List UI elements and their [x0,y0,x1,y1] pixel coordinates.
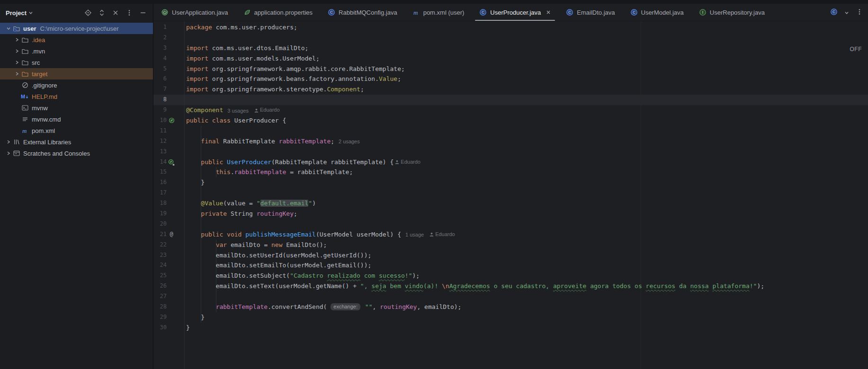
chevron-down-button[interactable] [844,9,849,17]
locate-opened-file-button[interactable] [84,9,92,17]
code-line-21[interactable]: 21@ public void publishMessageEmail(User… [153,229,868,240]
code-line-13[interactable]: 13 [153,147,868,157]
hide-panel-button[interactable] [139,9,147,17]
gutter-bean-arrow-icon[interactable] [167,157,176,167]
code-line-24[interactable]: 24 emailDto.setEmailTo(userModel.getEmai… [153,260,868,271]
code-token: .convertAndSend( [268,303,331,310]
code-editor: 1package com.ms.user.producers;23import … [153,22,868,333]
 [21,81,29,89]
editor-tab-application-properties[interactable]: application.properties [236,4,321,21]
code-token: routingKey [257,210,294,217]
terminal-icon [21,104,29,112]
code-token: com.ms.user.producers; [216,24,297,31]
tab-label: UserProducer.java [490,9,541,16]
code-token: publishMessageEmail [245,231,316,238]
tab-label: application.properties [254,9,313,16]
code-line-28[interactable]: 28 rabbitTemplate.convertAndSend( exchan… [153,302,868,312]
chevron-right-icon[interactable] [13,71,21,76]
code-token: emailDto.setText(userModel.getName() + [186,282,360,290]
code-token: Component [327,86,360,93]
code-line-7[interactable]: 7import org.springframework.stereotype.C… [153,84,868,95]
code-token: ; [397,75,401,82]
chevron-right-icon[interactable] [13,49,21,53]
editor-tab-userproducer-java[interactable]: CUserProducer.java [472,4,558,21]
project-tree-row-mvnw[interactable]: mvnw [0,102,153,114]
project-tree-row--mvn[interactable]: .mvn [0,45,153,57]
code-line-20[interactable]: 20 [153,219,868,229]
more-options-button[interactable] [856,8,863,18]
tab-close-icon[interactable] [546,10,551,15]
code-line-9[interactable]: 9@Component3 usagesEduardo [153,105,868,115]
project-tree-row-src[interactable]: src [0,57,153,68]
code-line-16[interactable]: 16 } [153,177,868,188]
code-line-22[interactable]: 22 var emailDto = new EmailDto(); [153,240,868,250]
chevron-right-icon[interactable] [5,140,12,144]
gutter-spacer [167,22,176,33]
chevron-down-icon[interactable] [5,26,12,31]
code-line-25[interactable]: 25 emailDto.setSubject("Cadastro realiza… [153,271,868,281]
project-tree-row-external-libraries[interactable]: External Libraries [0,136,153,148]
code-line-11[interactable]: 11 [153,126,868,136]
chevron-right-icon[interactable] [13,37,21,42]
code-line-12[interactable]: 12 final RabbitTemplate rabbitTemplate;2… [153,136,868,147]
editor-tab-emaildto-java[interactable]: CEmailDto.java [558,4,622,21]
editor-tab-userapplication-java[interactable]: UserApplication.java [153,4,236,21]
editor-tab-usermodel-java[interactable]: CUserModel.java [623,4,691,21]
chevron-right-icon[interactable] [13,60,21,65]
collapse-all-button[interactable] [111,9,120,17]
code-line-19[interactable]: 19 private String routingKey; [153,209,868,219]
chevron-right-icon[interactable] [5,151,12,156]
spring-boot-icon [161,9,169,16]
java-class-icon: C [566,9,573,16]
gutter-spacer [167,312,176,323]
code-line-1[interactable]: 1package com.ms.user.producers; [153,22,868,33]
more-options-button[interactable] [125,9,134,17]
code-line-10[interactable]: 10public class UserProducer { [153,115,868,126]
code-line-30[interactable]: 30} [153,323,868,333]
code-line-18[interactable]: 18 @Value(value = "default.email") [153,198,868,209]
tree-item-label: .gitignore [32,82,57,89]
code-line-29[interactable]: 29 } [153,312,868,323]
code-line-27[interactable]: 27 [153,291,868,302]
code-token [186,303,216,310]
editor-tab-pom-xml-user-[interactable]: mpom.xml (user) [405,4,472,21]
tree-item-label: pom.xml [32,127,55,134]
editor-tab-userrepository-java[interactable]: IUserRepository.java [691,4,772,21]
project-tree-row-mvnw-cmd[interactable]: mvnw.cmd [0,114,153,125]
project-tree-row-pom-xml[interactable]: mpom.xml [0,125,153,136]
gutter-bean-icon[interactable] [167,115,176,126]
: m [21,127,29,134]
code-token: rabbitTemplate [279,138,331,145]
project-tree-row-help-md[interactable]: MHELP.md [0,91,153,102]
code-line-14[interactable]: 14 public UserProducer(RabbitTemplate ra… [153,157,868,167]
svg-text:C: C [330,10,333,15]
code-line-23[interactable]: 23 emailDto.setUserId(userModel.getUserI… [153,250,868,261]
code-line-2[interactable]: 2 [153,33,868,43]
project-tree-row-scratches-and-consoles[interactable]: Scratches and Consoles [0,148,153,159]
svg-text:C: C [482,10,484,15]
code-line-6[interactable]: 6import org.springframework.beans.factor… [153,74,868,84]
code-token [186,158,201,166]
project-tree-row--gitignore[interactable]: .gitignore [0,79,153,91]
code-line-17[interactable]: 17 [153,188,868,198]
code-line-26[interactable]: 26 emailDto.setText(userModel.getName() … [153,281,868,291]
code-line-3[interactable]: 3import com.ms.user.dtos.EmailDto; [153,43,868,53]
editor-tab-rabbitmqconfig-java[interactable]: CRabbitMQConfig.java [320,4,405,21]
code-token: import [186,65,212,72]
code-line-8[interactable]: 8 [153,95,868,105]
project-tree-row-target[interactable]: target [0,68,153,79]
code-line-15[interactable]: 15 this.rabbitTemplate = rabbitTemplate; [153,167,868,177]
tree-item-label: mvnw [32,105,48,112]
project-tree-row-user[interactable]: userC:\micro-service-project\user [0,23,153,34]
code-line-5[interactable]: 5import org.springframework.amqp.rabbit.… [153,64,868,74]
gutter-spacer [167,43,176,53]
java-class-button[interactable]: C [830,8,838,18]
expand-collapse-button[interactable] [98,9,106,17]
code-text: public class UserProducer { [176,115,286,126]
chevron-down-icon[interactable] [28,9,33,17]
gutter-at-icon[interactable]: @ [167,229,176,240]
project-tree-row--idea[interactable]: .idea [0,34,153,45]
code-line-4[interactable]: 4import com.ms.user.models.UserModel; [153,53,868,64]
editor-pane: UserApplication.javaapplication.properti… [153,0,868,369]
editor-area[interactable]: 1package com.ms.user.producers;23import … [153,21,868,369]
